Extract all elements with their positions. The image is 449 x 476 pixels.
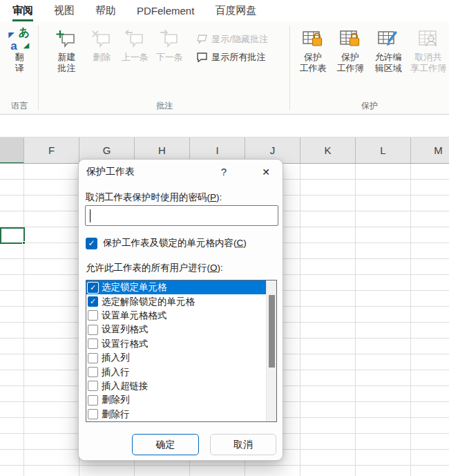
permission-item[interactable]: 删除行 [86, 408, 276, 421]
unshare-label-line1: 取消共 [415, 52, 442, 63]
permission-checkbox[interactable]: ✓ [88, 283, 98, 293]
new-comment-button[interactable]: 新建 批注 [47, 27, 86, 74]
permission-checkbox[interactable] [88, 367, 98, 377]
allow-edit-ranges-button[interactable]: 允许编 辑区域 [369, 27, 408, 74]
column-header[interactable]: L [356, 137, 411, 164]
formula-bar-area [0, 115, 449, 137]
allow-edit-ranges-icon [376, 28, 400, 52]
active-cell[interactable] [0, 227, 25, 244]
protect-sheet-icon [301, 28, 325, 52]
text-caret [90, 209, 90, 222]
protect-contents-checkbox-row[interactable]: ✓ 保护工作表及锁定的单元格内容(C) [86, 237, 247, 249]
password-input[interactable] [85, 205, 278, 226]
password-label-pre: 取消工作表保护时使用的密码( [86, 192, 210, 202]
permission-item[interactable]: 删除列 [86, 393, 276, 407]
permission-checkbox[interactable] [88, 339, 98, 349]
translate-label-line2: 译 [15, 63, 24, 74]
show-hide-comments-button: 显示/隐藏批注 [196, 31, 268, 47]
menu-tab[interactable]: 帮助 [95, 0, 116, 21]
scrollbar-thumb[interactable] [269, 295, 275, 368]
ribbon-group-comments: 新建 批注 删除 上一条 [39, 21, 290, 114]
password-label-key: P [210, 192, 216, 202]
protect-workbook-icon [338, 28, 362, 52]
permission-item[interactable]: ✓选定锁定单元格 [86, 280, 276, 294]
permission-item[interactable]: 设置行格式 [86, 337, 276, 351]
next-comment-icon [158, 28, 180, 52]
protect-group-label: 保护 [290, 101, 449, 114]
protect-contents-label-post: ) [243, 238, 247, 248]
permission-item[interactable]: ✓选定解除锁定的单元格 [86, 294, 276, 308]
permission-item[interactable]: 插入超链接 [86, 379, 276, 393]
menu-tab[interactable]: 百度网盘 [215, 0, 256, 21]
ribbon-group-language: ◤あ a◢ 翻 译 语言 [0, 21, 39, 114]
new-comment-label-line2: 批注 [57, 63, 75, 74]
next-comment-button: 下一条 [152, 27, 187, 63]
permission-checkbox[interactable] [88, 395, 98, 406]
delete-comment-icon [90, 28, 113, 52]
permissions-list[interactable]: ✓选定锁定单元格✓选定解除锁定的单元格设置单元格格式设置列格式设置行格式插入列插… [86, 280, 277, 422]
permission-item[interactable]: 插入行 [86, 365, 276, 379]
permission-checkbox[interactable] [88, 325, 98, 335]
new-comment-label-line1: 新建 [57, 52, 75, 63]
menu-tab[interactable]: 审阅 [12, 0, 33, 21]
permission-checkbox[interactable] [88, 353, 98, 363]
protect-contents-label-key: C [237, 238, 244, 248]
column-header[interactable]: M [411, 137, 449, 164]
protect-contents-checkbox[interactable]: ✓ [86, 238, 97, 249]
previous-comment-label: 上一条 [122, 52, 149, 63]
ribbon-group-protect: 保护 工作表 保护 工作簿 [290, 21, 449, 114]
previous-comment-icon [124, 28, 146, 52]
permission-item[interactable]: 插入列 [86, 351, 276, 365]
protect-workbook-label-line2: 工作簿 [337, 63, 364, 74]
allow-edit-label-line1: 允许编 [375, 52, 402, 63]
list-scrollbar[interactable] [266, 280, 276, 421]
protect-workbook-button[interactable]: 保护 工作簿 [332, 27, 369, 74]
menu-tab[interactable]: 视图 [54, 0, 75, 21]
permission-label: 设置列格式 [102, 323, 149, 336]
protect-sheet-button[interactable]: 保护 工作表 [294, 27, 332, 74]
translate-button[interactable]: ◤あ a◢ 翻 译 [3, 27, 35, 74]
menu-tab[interactable]: PDFelement [137, 0, 194, 21]
cancel-button[interactable]: 取消 [210, 434, 276, 455]
unshare-workbook-icon [417, 28, 440, 52]
permission-label: 设置行格式 [102, 338, 149, 350]
unshare-label-line2: 享工作簿 [410, 63, 446, 74]
permission-label: 选定锁定单元格 [102, 281, 167, 294]
show-hide-comments-label: 显示/隐藏批注 [211, 33, 268, 46]
fill-handle[interactable] [22, 241, 26, 245]
permission-item[interactable]: 设置单元格格式 [86, 309, 276, 323]
column-header[interactable]: F [24, 137, 79, 164]
ok-button[interactable]: 确定 [132, 434, 199, 455]
permissions-label-post: ): [218, 263, 223, 273]
dialog-title: 保护工作表 [86, 166, 135, 178]
delete-comment-button: 删除 [86, 27, 117, 63]
show-all-comments-label: 显示所有批注 [211, 51, 265, 64]
language-group-label: 语言 [0, 101, 39, 114]
column-header-selected-partial[interactable] [0, 137, 24, 164]
permission-checkbox[interactable] [88, 409, 98, 419]
delete-comment-label: 删除 [93, 52, 111, 63]
permission-label: 删除行 [102, 408, 130, 421]
protect-workbook-label-line1: 保护 [341, 52, 359, 63]
permission-checkbox[interactable]: ✓ [88, 296, 98, 307]
permissions-label: 允许此工作表的所有用户进行(O): [86, 262, 223, 274]
show-all-comments-button[interactable]: 显示所有批注 [196, 49, 268, 65]
permission-item[interactable]: 设置列格式 [86, 323, 276, 336]
ribbon: ◤あ a◢ 翻 译 语言 新建 批注 [0, 21, 449, 115]
permission-checkbox[interactable] [88, 310, 98, 321]
close-icon[interactable]: ✕ [255, 162, 277, 182]
permissions-label-pre: 允许此工作表的所有用户进行( [86, 263, 210, 273]
help-icon[interactable]: ? [214, 162, 233, 182]
next-comment-label: 下一条 [156, 52, 183, 63]
menu-tab-bar: 审阅视图帮助PDFelement百度网盘 [0, 0, 449, 21]
permissions-label-key: O [210, 263, 218, 273]
protect-sheet-label-line2: 工作表 [300, 63, 327, 74]
password-label: 取消工作表保护时使用的密码(P): [86, 191, 222, 204]
permission-checkbox[interactable] [88, 381, 98, 391]
permission-label: 插入行 [102, 366, 130, 379]
column-header[interactable]: K [300, 137, 356, 164]
unshare-workbook-button: 取消共 享工作簿 [408, 27, 449, 74]
translate-icon: ◤あ a◢ [8, 28, 30, 52]
show-all-comments-icon [196, 52, 208, 62]
permission-label: 设置单元格格式 [102, 310, 167, 322]
